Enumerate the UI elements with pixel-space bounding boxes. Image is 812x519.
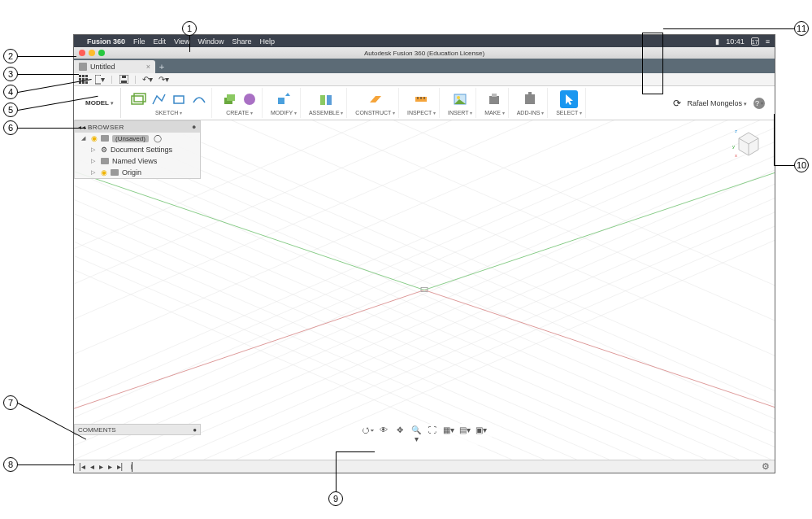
spline-tool-icon[interactable] — [190, 90, 208, 108]
help-button[interactable]: ? — [753, 98, 765, 109]
browser-header[interactable]: ◂◂ BROWSER ● — [75, 121, 200, 133]
menu-view[interactable]: View — [174, 37, 189, 46]
file-menu-icon[interactable]: ▾ — [95, 75, 105, 85]
menu-help[interactable]: Help — [259, 37, 275, 46]
browser-root-row[interactable]: ◢ ◉ (Unsaved) ◯ — [75, 133, 200, 144]
ribbon-group-label[interactable]: INSPECT — [407, 110, 436, 116]
browser-item-label: Origin — [122, 168, 141, 177]
fit-icon[interactable]: ⛶ — [427, 425, 438, 443]
timeline-play-icon[interactable]: ▸ — [99, 462, 103, 471]
callout-9-leader-v — [336, 451, 337, 492]
svg-rect-13 — [132, 96, 143, 104]
extrude-icon[interactable] — [220, 90, 238, 108]
ribbon-group-label[interactable]: CREATE — [226, 110, 253, 116]
presspull-icon[interactable] — [275, 90, 293, 108]
timeline-track[interactable] — [131, 464, 180, 469]
line-tool-icon[interactable] — [150, 90, 167, 108]
redo-icon[interactable]: ↷▾ — [158, 75, 168, 85]
select-tool-icon[interactable] — [560, 90, 578, 108]
svg-rect-28 — [489, 96, 499, 104]
ribbon-group-construct: CONSTRUCT — [352, 88, 399, 118]
app-name: Fusion 360 — [87, 37, 125, 46]
timeline-next-icon[interactable]: ▸ — [108, 462, 112, 471]
browser-item-origin[interactable]: ▷ ◉ Origin — [75, 167, 200, 178]
comments-options-icon[interactable]: ● — [193, 426, 197, 434]
print3d-icon[interactable] — [485, 90, 503, 108]
grid-settings-icon[interactable]: ▤▾ — [459, 425, 471, 443]
menu-edit[interactable]: Edit — [154, 37, 167, 46]
menu-share[interactable]: Share — [232, 37, 251, 46]
orbit-icon[interactable]: ⭯▾ — [362, 425, 373, 443]
ribbon-group-label[interactable]: SKETCH — [155, 110, 182, 116]
callout-8-leader — [18, 464, 75, 465]
callout-3-leader — [18, 74, 79, 75]
ribbon-group-label[interactable]: INSERT — [448, 110, 472, 116]
insert-image-icon[interactable] — [451, 90, 469, 108]
timeline-last-icon[interactable]: ▸| — [117, 462, 124, 471]
browser-options-icon[interactable]: ● — [192, 123, 197, 131]
callout-11-box — [642, 33, 663, 94]
comments-panel[interactable]: COMMENTS ● — [74, 424, 201, 435]
save-icon[interactable] — [119, 75, 128, 85]
axis-z-label: z — [735, 129, 737, 133]
viewport-layouts-icon[interactable]: ▣▾ — [475, 425, 487, 443]
svg-rect-21 — [327, 95, 332, 105]
callout-11-leader — [663, 28, 794, 29]
pan-icon[interactable]: ✥ — [394, 425, 406, 443]
svg-rect-3 — [79, 78, 81, 81]
ribbon-group-label[interactable]: CONSTRUCT — [355, 110, 395, 116]
callout-2-leader — [18, 56, 76, 57]
minimize-window-icon[interactable] — [89, 50, 95, 56]
menu-window[interactable]: Window — [198, 37, 224, 46]
timeline-prev-icon[interactable]: ◂ — [90, 462, 94, 471]
document-tab[interactable]: Untitled × — [74, 60, 155, 73]
svg-rect-29 — [492, 94, 497, 97]
ribbon-group-assemble: ASSEMBLE — [306, 88, 347, 118]
timeline-settings-icon[interactable]: ⚙ — [762, 461, 770, 472]
new-tab-button[interactable]: + — [155, 60, 168, 73]
callout-6-leader — [18, 128, 86, 129]
undo-icon[interactable]: ↶▾ — [142, 75, 152, 85]
construct-plane-icon[interactable] — [367, 90, 384, 108]
browser-item-named-views[interactable]: ▷ Named Views — [75, 155, 200, 167]
timeline-first-icon[interactable]: |◂ — [79, 462, 85, 471]
addins-icon[interactable] — [521, 90, 539, 108]
axis-y-label: y — [732, 144, 735, 149]
close-window-icon[interactable] — [79, 50, 85, 56]
user-account-menu[interactable]: Rafael Mongelos — [688, 99, 748, 107]
measure-icon[interactable] — [412, 90, 430, 108]
viewcube[interactable]: z y x — [732, 125, 765, 158]
workspace-switcher[interactable]: MODEL — [79, 88, 121, 118]
primitive-icon[interactable] — [241, 90, 258, 108]
sketch-create-icon[interactable] — [129, 90, 147, 108]
lightbulb-icon[interactable]: ◉ — [101, 168, 107, 177]
close-tab-icon[interactable]: × — [146, 63, 150, 71]
fullscreen-window-icon[interactable] — [98, 50, 105, 56]
gear-icon: ⚙ — [101, 146, 107, 154]
navigation-bar: ⭯▾ 👁 ✥ 🔍▾ ⛶ ▦▾ ▤▾ ▣▾ — [357, 424, 492, 445]
canvas-area[interactable]: ◂◂ BROWSER ● ◢ ◉ (Unsaved) ◯ ▷ ⚙ Documen… — [74, 120, 775, 460]
ribbon-group-label[interactable]: SELECT — [556, 110, 582, 116]
traffic-lights[interactable] — [74, 50, 105, 56]
joint-icon[interactable] — [317, 90, 335, 108]
browser-item-label: Named Views — [112, 157, 157, 165]
svg-point-18 — [244, 94, 255, 105]
ribbon-group-label[interactable]: ASSEMBLE — [309, 110, 343, 116]
menu-file[interactable]: File — [133, 37, 145, 46]
rectangle-tool-icon[interactable] — [170, 90, 188, 108]
ribbon-group-label[interactable]: MODIFY — [271, 110, 297, 116]
activate-radio-icon[interactable]: ◯ — [154, 134, 162, 142]
status-notifications-icon[interactable]: ≡ — [766, 37, 770, 46]
zoom-icon[interactable]: 🔍▾ — [410, 425, 422, 443]
job-status-icon[interactable]: ⟳ — [673, 98, 681, 109]
component-icon — [101, 135, 109, 142]
ribbon-group-label[interactable]: MAKE — [484, 110, 505, 116]
ribbon-group-label[interactable]: ADD-INS — [517, 110, 544, 116]
ribbon-group-insert: INSERT — [445, 88, 476, 118]
lightbulb-icon[interactable]: ◉ — [91, 134, 98, 142]
browser-item-document-settings[interactable]: ▷ ⚙ Document Settings — [75, 144, 200, 155]
svg-line-62 — [123, 120, 775, 460]
callout-10-leader-h — [774, 165, 794, 166]
look-icon[interactable]: 👁 — [378, 425, 389, 443]
display-settings-icon[interactable]: ▦▾ — [443, 425, 454, 443]
